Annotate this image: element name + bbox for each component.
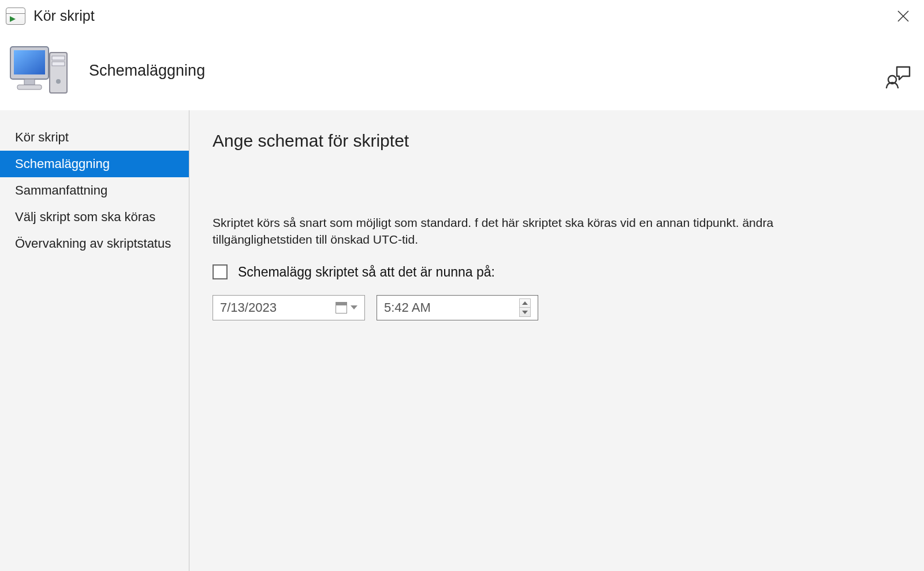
chevron-up-icon [522, 301, 528, 305]
chevron-down-icon [522, 311, 528, 314]
svg-rect-9 [17, 85, 42, 89]
content-description: Skriptet körs så snart som möjligt som s… [213, 214, 819, 248]
nav-item-scheduling[interactable]: Schemaläggning [0, 151, 189, 177]
svg-rect-3 [52, 56, 65, 60]
nav-item-label: Välj skript som ska köras [15, 210, 155, 225]
chevron-down-icon [351, 305, 357, 309]
nav-item-run-script[interactable]: Kör skript [0, 124, 189, 151]
schedule-checkbox-label: Schemalägg skriptet så att det är nunna … [238, 264, 495, 280]
nav-item-monitor-status[interactable]: Övervakning av skriptstatus [0, 230, 189, 257]
schedule-checkbox[interactable] [213, 264, 228, 279]
content-pane: Ange schemat för skriptet Skriptet körs … [189, 110, 924, 571]
calendar-icon [336, 302, 347, 314]
schedule-date-value: 7/13/2023 [220, 300, 336, 315]
nav-item-label: Schemaläggning [15, 156, 110, 171]
computer-icon [7, 42, 72, 100]
wizard-header: Schemaläggning [0, 32, 924, 110]
nav-item-label: Kör skript [15, 130, 69, 145]
wizard-nav: Kör skript Schemaläggning Sammanfattning… [0, 110, 189, 571]
nav-item-label: Övervakning av skriptstatus [15, 236, 171, 251]
schedule-date-picker[interactable]: 7/13/2023 [213, 295, 365, 320]
schedule-time-picker[interactable]: 5:42 AM [377, 295, 538, 320]
spinner-up-button[interactable] [520, 299, 530, 308]
svg-rect-4 [52, 62, 65, 66]
feedback-icon[interactable] [882, 61, 914, 92]
spinner-down-button[interactable] [520, 308, 530, 316]
wizard-page-title: Schemaläggning [89, 62, 205, 80]
content-heading: Ange schemat för skriptet [213, 131, 901, 151]
titlebar: Kör skript [0, 0, 924, 32]
nav-item-select-script[interactable]: Välj skript som ska köras [0, 204, 189, 230]
nav-item-label: Sammanfattning [15, 183, 107, 198]
close-button[interactable] [893, 6, 914, 27]
svg-rect-8 [24, 79, 35, 85]
svg-point-5 [56, 79, 61, 84]
window-title: Kör skript [33, 8, 95, 24]
date-picker-button[interactable] [336, 302, 357, 314]
svg-rect-7 [14, 50, 45, 74]
nav-item-summary[interactable]: Sammanfattning [0, 177, 189, 204]
schedule-time-value: 5:42 AM [384, 300, 519, 315]
time-spinner[interactable] [519, 298, 531, 317]
window-app-icon [6, 8, 25, 25]
